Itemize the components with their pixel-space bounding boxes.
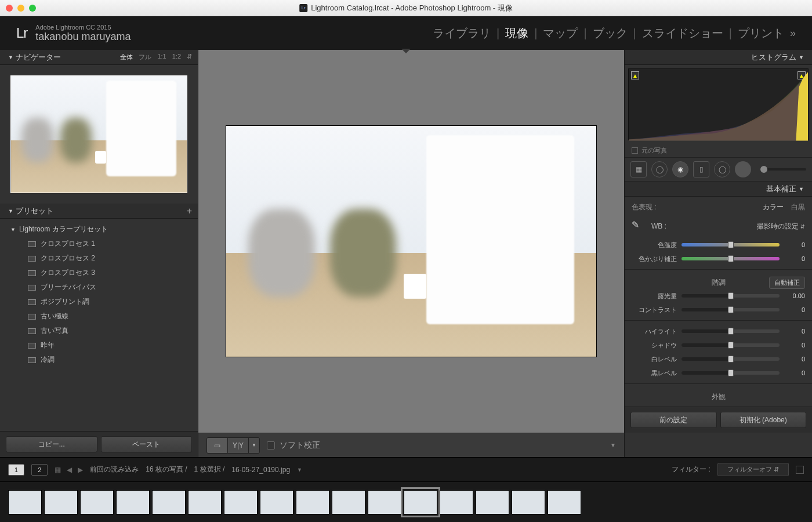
before-after-button[interactable]: Y|Y bbox=[228, 438, 249, 453]
filmstrip-thumb[interactable] bbox=[512, 490, 545, 514]
tool-slider[interactable] bbox=[760, 168, 806, 171]
highlights-slider[interactable] bbox=[682, 329, 780, 333]
temp-slider[interactable] bbox=[682, 243, 780, 246]
adjustment-brush-tool[interactable] bbox=[735, 161, 751, 177]
next-photo-icon[interactable]: ▶ bbox=[78, 466, 83, 474]
radial-filter-tool[interactable]: ◯ bbox=[714, 161, 730, 177]
navigator-preview[interactable] bbox=[0, 65, 198, 204]
panel-collapse-top-icon[interactable] bbox=[401, 49, 411, 53]
zoom-1to2[interactable]: 1:2 bbox=[172, 53, 181, 61]
filmstrip[interactable] bbox=[0, 481, 812, 522]
secondary-display-button[interactable]: 2 bbox=[31, 464, 48, 476]
zoom-dropdown-icon[interactable]: ⇵ bbox=[187, 53, 192, 61]
treatment-color[interactable]: カラー bbox=[763, 203, 784, 211]
filmstrip-thumb[interactable] bbox=[260, 490, 293, 514]
preset-item[interactable]: 昨年 bbox=[0, 338, 198, 353]
spot-removal-tool[interactable]: ◯ bbox=[651, 161, 668, 177]
checkbox-icon[interactable] bbox=[632, 147, 638, 154]
toolbar-dropdown-icon[interactable]: ▼ bbox=[610, 442, 616, 448]
treatment-bw[interactable]: 白黒 bbox=[791, 203, 805, 211]
preset-folder[interactable]: ▼ Lightroom カラープリセット bbox=[0, 222, 198, 237]
redeye-tool[interactable]: ◉ bbox=[672, 161, 688, 177]
primary-display-button[interactable]: 1 bbox=[8, 464, 24, 476]
before-after-dropdown-icon[interactable]: ▼ bbox=[249, 438, 259, 453]
preset-item[interactable]: 冷調 bbox=[0, 353, 198, 367]
wb-eyedropper-icon[interactable]: ✎ bbox=[632, 219, 646, 233]
filmstrip-thumb[interactable] bbox=[296, 490, 329, 514]
module-slideshow[interactable]: スライドショー bbox=[642, 26, 723, 41]
soft-proof-toggle[interactable]: ソフト校正 bbox=[267, 440, 320, 451]
preset-item[interactable]: クロスプロセス 2 bbox=[0, 251, 198, 266]
module-book[interactable]: ブック bbox=[593, 26, 628, 41]
zoom-fit[interactable]: 全体 bbox=[120, 53, 133, 61]
image-canvas[interactable] bbox=[198, 50, 624, 433]
minimize-icon[interactable] bbox=[17, 5, 24, 12]
preset-item[interactable]: クロスプロセス 3 bbox=[0, 266, 198, 280]
contrast-value[interactable]: 0 bbox=[784, 306, 805, 313]
copy-button[interactable]: コピー... bbox=[6, 436, 97, 452]
blacks-value[interactable]: 0 bbox=[784, 369, 805, 376]
disclosure-triangle-icon[interactable]: ▼ bbox=[10, 227, 16, 233]
add-preset-icon[interactable]: + bbox=[187, 206, 192, 216]
tint-slider[interactable] bbox=[682, 257, 780, 260]
filmstrip-thumb[interactable] bbox=[404, 490, 437, 514]
filter-dropdown[interactable]: フィルターオフ ⇵ bbox=[717, 463, 789, 476]
filter-lock-icon[interactable] bbox=[796, 466, 804, 474]
disclosure-triangle-icon[interactable]: ▼ bbox=[799, 55, 804, 60]
zoom-fill[interactable]: フル bbox=[139, 53, 151, 61]
exposure-value[interactable]: 0.00 bbox=[784, 292, 805, 299]
zoom-1to1[interactable]: 1:1 bbox=[157, 53, 166, 61]
filmstrip-thumb[interactable] bbox=[548, 490, 581, 514]
filmstrip-thumb[interactable] bbox=[80, 490, 114, 514]
filmstrip-thumb[interactable] bbox=[44, 490, 78, 514]
navigator-header[interactable]: ▼ ナビゲーター 全体 フル 1:1 1:2 ⇵ bbox=[0, 50, 198, 65]
filmstrip-thumb[interactable] bbox=[224, 490, 258, 514]
close-icon[interactable] bbox=[6, 5, 13, 12]
filmstrip-thumb[interactable] bbox=[152, 490, 186, 514]
shadows-slider[interactable] bbox=[682, 343, 780, 347]
loupe-view-button[interactable]: ▭ bbox=[207, 438, 228, 453]
prev-photo-icon[interactable]: ◀ bbox=[67, 466, 72, 474]
tint-value[interactable]: 0 bbox=[784, 255, 805, 262]
disclosure-triangle-icon[interactable]: ▼ bbox=[8, 55, 13, 60]
filmstrip-thumb[interactable] bbox=[332, 490, 365, 514]
exposure-slider[interactable] bbox=[682, 294, 780, 298]
histogram-header[interactable]: ヒストグラム ▼ bbox=[625, 50, 812, 65]
preset-item[interactable]: クロスプロセス 1 bbox=[0, 237, 198, 251]
paste-button[interactable]: ペースト bbox=[101, 436, 193, 452]
preset-item[interactable]: 古い極線 bbox=[0, 309, 198, 324]
disclosure-triangle-icon[interactable]: ▼ bbox=[8, 208, 13, 214]
filmstrip-thumb[interactable] bbox=[476, 490, 509, 514]
module-more-icon[interactable]: » bbox=[790, 27, 796, 39]
presets-header[interactable]: ▼ プリセット + bbox=[0, 204, 198, 219]
reset-button[interactable]: 初期化 (Adobe) bbox=[720, 412, 807, 428]
temp-value[interactable]: 0 bbox=[784, 241, 805, 248]
module-library[interactable]: ライブラリ bbox=[433, 26, 491, 41]
filename-dropdown-icon[interactable]: ▼ bbox=[297, 467, 302, 473]
module-map[interactable]: マップ bbox=[543, 26, 578, 41]
filmstrip-thumb[interactable] bbox=[188, 490, 222, 514]
histogram[interactable]: ▲ ▲ bbox=[628, 68, 809, 140]
basic-header[interactable]: 基本補正 ▼ bbox=[625, 182, 812, 197]
module-develop[interactable]: 現像 bbox=[505, 26, 528, 41]
crop-tool[interactable]: ▦ bbox=[630, 161, 647, 177]
filmstrip-thumb[interactable] bbox=[440, 490, 473, 514]
preset-item[interactable]: ブリーチバイパス bbox=[0, 280, 198, 295]
filmstrip-thumb[interactable] bbox=[8, 490, 42, 514]
grid-view-icon[interactable]: ▦ bbox=[55, 466, 61, 474]
zoom-icon[interactable] bbox=[29, 5, 36, 12]
contrast-slider[interactable] bbox=[682, 308, 780, 311]
auto-tone-button[interactable]: 自動補正 bbox=[769, 277, 805, 289]
module-print[interactable]: プリント bbox=[738, 26, 784, 41]
original-photo-toggle[interactable]: 元の写真 bbox=[625, 144, 812, 157]
source-label[interactable]: 前回の読み込み bbox=[90, 465, 139, 474]
wb-dropdown[interactable]: 撮影時の設定 ⇵ bbox=[757, 222, 805, 231]
previous-button[interactable]: 前の設定 bbox=[630, 412, 717, 428]
preset-item[interactable]: 古い写真 bbox=[0, 324, 198, 338]
checkbox-icon[interactable] bbox=[267, 441, 275, 449]
preset-item[interactable]: ポジプリント調 bbox=[0, 295, 198, 309]
shadows-value[interactable]: 0 bbox=[784, 342, 805, 349]
whites-slider[interactable] bbox=[682, 357, 780, 361]
blacks-slider[interactable] bbox=[682, 371, 780, 375]
graduated-filter-tool[interactable]: ▯ bbox=[693, 161, 709, 177]
